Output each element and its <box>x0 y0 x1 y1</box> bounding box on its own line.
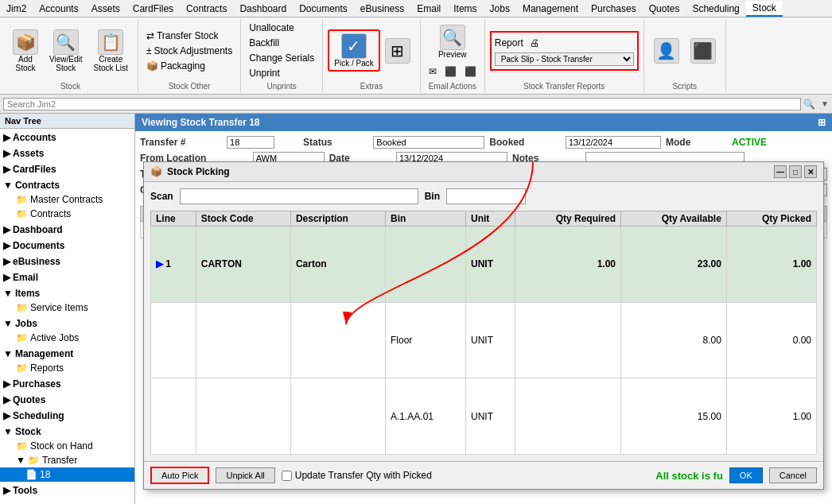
nav-ebusiness-label: eBusiness <box>13 256 60 267</box>
menu-quotes[interactable]: Quotes <box>643 2 686 16</box>
menu-documents[interactable]: Documents <box>293 2 354 16</box>
nav-cardfiles[interactable]: ▶ CardFiles <box>0 162 134 176</box>
menu-cardfiles[interactable]: CardFiles <box>126 2 180 16</box>
nav-tools[interactable]: ▶ Tools <box>0 483 134 498</box>
pick-group-unit: UNIT <box>466 227 515 303</box>
nav-management[interactable]: ▼ Management <box>0 347 134 361</box>
menu-management[interactable]: Management <box>516 2 585 16</box>
nav-scheduling-label: Scheduling <box>13 410 64 421</box>
unallocate-button[interactable]: Unallocate <box>246 21 317 35</box>
stock-adjustments-label: Stock Adjustments <box>154 45 232 56</box>
menu-items[interactable]: Items <box>447 2 483 16</box>
ok-button[interactable]: OK <box>729 467 763 483</box>
nav-contracts-child[interactable]: 📁 Contracts <box>0 207 134 221</box>
nav-dashboard-icon: ▶ <box>3 224 10 235</box>
update-checkbox-row: Update Transfer Qty with Picked <box>282 470 432 481</box>
packaging-button[interactable]: 📦 Packaging <box>143 59 235 73</box>
auto-pick-button[interactable]: Auto Pick <box>150 467 209 484</box>
nav-ebusiness[interactable]: ▶ eBusiness <box>0 254 134 269</box>
nav-stock-on-hand[interactable]: 📁 Stock on Hand <box>0 439 134 453</box>
pick-sub2-qty-req <box>515 378 620 455</box>
email-btn1[interactable]: ✉ <box>426 64 440 79</box>
nav-assets[interactable]: ▶ Assets <box>0 146 134 161</box>
scripts-btn2[interactable]: ⬛ <box>686 36 721 66</box>
add-stock-button[interactable]: 📦 AddStock <box>8 27 43 75</box>
nav-master-contracts[interactable]: 📁 Master Contracts <box>0 192 134 207</box>
preview-button[interactable]: 🔍 Preview <box>433 22 472 61</box>
menu-jim2[interactable]: Jim2 <box>0 2 33 16</box>
view-edit-stock-button[interactable]: 🔍 View/EditStock <box>45 27 87 75</box>
menu-assets[interactable]: Assets <box>85 2 126 16</box>
menu-ebusiness[interactable]: eBusiness <box>354 2 410 16</box>
report-label: Report <box>495 37 523 48</box>
nav-service-items[interactable]: 📁 Service Items <box>0 300 134 315</box>
nav-accounts-label: Accounts <box>13 132 56 143</box>
search-input[interactable] <box>3 98 801 110</box>
nav-transfer[interactable]: ▼ 📁 Transfer <box>0 453 134 467</box>
packaging-icon: 📦 <box>146 60 158 72</box>
scripts-btn1[interactable]: 👤 <box>649 36 684 66</box>
print-report-button[interactable]: 🖨 <box>527 36 542 50</box>
modal-minimize-button[interactable]: — <box>774 165 787 178</box>
nav-tree-toggle[interactable]: ▼ <box>821 99 829 108</box>
report-select[interactable]: Pack Slip - Stock Transfer <box>495 52 634 66</box>
nav-accounts-icon: ▶ <box>3 132 10 143</box>
pick-pack-button[interactable]: ✓ Pick / Pack <box>328 29 379 72</box>
nav-stock[interactable]: ▼ Stock <box>0 425 134 439</box>
stock-transfer-expand-icon[interactable]: ⊞ <box>818 117 826 128</box>
backfill-button[interactable]: Backfill <box>246 36 317 50</box>
nav-items[interactable]: ▼ Items <box>0 286 134 300</box>
email-btn3[interactable]: ⬛ <box>461 64 480 79</box>
update-transfer-checkbox[interactable] <box>282 471 292 481</box>
ribbon-unprints-buttons: Unallocate Backfill Change Serials Unpri… <box>246 21 317 80</box>
nav-accounts[interactable]: ▶ Accounts <box>0 130 134 145</box>
nav-reports[interactable]: 📁 Reports <box>0 361 134 375</box>
stock-picking-icon: 📦 <box>150 166 162 177</box>
stock-picking-modal: 📦 Stock Picking — □ ✕ Scan Bin <box>143 161 824 490</box>
nav-purchases[interactable]: ▶ Purchases <box>0 377 134 391</box>
menu-stock[interactable]: Stock <box>746 1 783 17</box>
content-area: Viewing Stock Transfer 18 ⊞ Transfer # S… <box>135 114 832 504</box>
transfer-stock-button[interactable]: ⇄ Transfer Stock <box>143 29 235 43</box>
stock-adjustments-button[interactable]: ± Stock Adjustments <box>143 44 235 58</box>
nav-quotes[interactable]: ▶ Quotes <box>0 393 134 407</box>
nav-contracts[interactable]: ▼ Contracts <box>0 178 134 192</box>
bin-input[interactable] <box>446 188 526 204</box>
booked-date-input[interactable] <box>566 136 661 149</box>
menu-dashboard[interactable]: Dashboard <box>233 2 293 16</box>
pick-sub2-desc <box>290 378 385 455</box>
stock-picking-title: Stock Picking <box>167 166 230 177</box>
pick-sub1-bin: Floor <box>385 302 465 378</box>
menu-accounts[interactable]: Accounts <box>33 2 84 16</box>
create-stock-list-button[interactable]: 📋 CreateStock List <box>89 27 133 75</box>
search-button[interactable]: 🔍 <box>801 98 818 110</box>
nav-jobs[interactable]: ▼ Jobs <box>0 316 134 331</box>
email-btn2[interactable]: ⬛ <box>441 64 460 79</box>
stock-transfer-reports-content: Report 🖨 Pack Slip - Stock Transfer <box>490 21 639 80</box>
nav-email[interactable]: ▶ Email <box>0 270 134 285</box>
nav-contracts-child-label: Contracts <box>30 208 71 219</box>
extras-btn2[interactable]: ⊞ <box>380 36 415 66</box>
menu-contracts[interactable]: Contracts <box>180 2 233 16</box>
scan-input[interactable] <box>180 188 418 204</box>
modal-close-button[interactable]: ✕ <box>804 165 817 178</box>
pick-table-header: Line Stock Code Description Bin Unit Qty… <box>151 211 817 227</box>
cancel-button[interactable]: Cancel <box>769 467 817 483</box>
unpick-all-button[interactable]: Unpick All <box>216 467 274 483</box>
status-input[interactable] <box>373 136 484 149</box>
nav-transfer-18[interactable]: 📄 18 <box>0 467 134 482</box>
transfer-num-input[interactable] <box>227 136 274 149</box>
menu-scheduling[interactable]: Scheduling <box>686 2 745 16</box>
menu-purchases[interactable]: Purchases <box>585 2 643 16</box>
modal-maximize-button[interactable]: □ <box>789 165 802 178</box>
change-serials-button[interactable]: Change Serials <box>246 51 317 65</box>
nav-active-jobs[interactable]: 📁 Active Jobs <box>0 331 134 345</box>
nav-scheduling[interactable]: ▶ Scheduling <box>0 409 134 423</box>
email-icon2: ⬛ <box>445 66 457 77</box>
nav-documents[interactable]: ▶ Documents <box>0 238 134 253</box>
menu-email[interactable]: Email <box>410 2 447 16</box>
nav-dashboard[interactable]: ▶ Dashboard <box>0 223 134 237</box>
modal-body: Scan Bin Line Stock Code Description Bin… <box>144 182 823 461</box>
unprint-button[interactable]: Unprint <box>246 66 317 80</box>
menu-jobs[interactable]: Jobs <box>484 2 516 16</box>
